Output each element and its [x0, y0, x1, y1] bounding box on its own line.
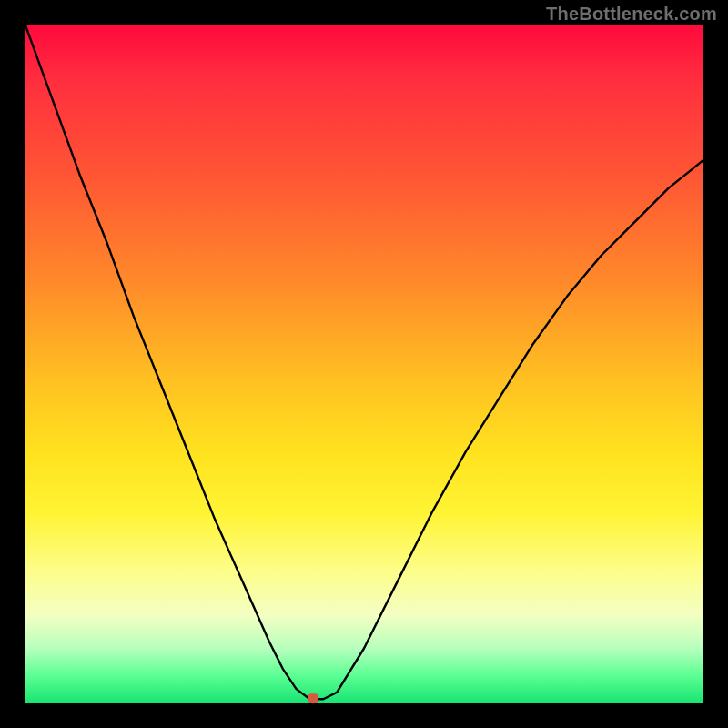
plot-area: [25, 25, 703, 703]
bottleneck-curve: [25, 25, 703, 699]
optimum-marker: [308, 693, 318, 703]
watermark-text: TheBottleneck.com: [546, 4, 717, 25]
curve-svg: [25, 25, 703, 703]
chart-frame: TheBottleneck.com: [0, 0, 728, 728]
